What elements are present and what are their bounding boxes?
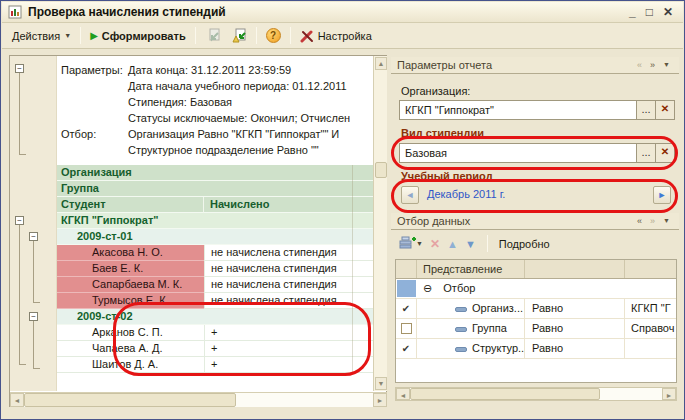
- scrollbar-thumb[interactable]: [24, 393, 236, 407]
- student-cell[interactable]: Шаитов Д. А.: [57, 357, 204, 373]
- section-header-parameters[interactable]: Параметры отчета: [391, 57, 679, 74]
- checkbox-unchecked[interactable]: [401, 323, 412, 334]
- chevrons-left-icon[interactable]: «: [637, 213, 642, 229]
- filter-toolbar: ▼ ✕ ▲ ▼ Подробно: [399, 235, 550, 252]
- horizontal-scrollbar[interactable]: ◄ ►: [395, 387, 677, 401]
- close-button[interactable]: ✕: [663, 5, 673, 19]
- toolbar-separator: [256, 27, 257, 44]
- clear-icon[interactable]: ✕: [655, 144, 674, 162]
- scroll-down-icon[interactable]: ▼: [375, 377, 387, 390]
- accrued-cell[interactable]: +: [204, 357, 373, 373]
- scrollbar-track[interactable]: [236, 393, 373, 407]
- previous-period-icon[interactable]: ◄: [401, 186, 419, 204]
- filter-condition[interactable]: Равно: [525, 299, 625, 318]
- scholarship-kind-field[interactable]: Базовая ... ✕: [399, 143, 675, 163]
- header-row-group[interactable]: Группа: [57, 181, 373, 197]
- scrollbar-track[interactable]: [600, 388, 662, 400]
- move-down-icon[interactable]: ▼: [465, 238, 476, 250]
- row-selector[interactable]: [397, 280, 416, 297]
- group-bracket: [33, 241, 40, 303]
- accrued-cell[interactable]: не начислена стипендия: [204, 245, 373, 261]
- student-cell[interactable]: Турмысов Е. К.: [57, 293, 204, 309]
- scrollbar-thumb[interactable]: [375, 162, 387, 178]
- param-line: Статусы исключаемые: Окончил; Отчислен: [128, 110, 350, 126]
- chevrons-right-icon[interactable]: »: [650, 57, 655, 73]
- column-header-accrued[interactable]: Начислено: [204, 197, 373, 213]
- filter-row[interactable]: ✔ Структур... Равно: [396, 339, 676, 359]
- chevrons-left-icon[interactable]: «: [637, 57, 642, 73]
- add-filter-button[interactable]: ▼: [399, 236, 423, 251]
- filter-group-row[interactable]: ⊖ Отбор: [396, 279, 676, 299]
- accrued-cell[interactable]: +: [204, 341, 373, 357]
- filter-line: Организация Равно "КГКП "Гиппократ"" И: [128, 126, 339, 142]
- scroll-right-icon[interactable]: ►: [662, 388, 676, 400]
- scrollbar-thumb[interactable]: [410, 388, 600, 400]
- scroll-up-icon[interactable]: ▲: [375, 57, 387, 70]
- checkmark-icon[interactable]: ✔: [396, 339, 417, 358]
- choose-button[interactable]: ...: [636, 101, 655, 119]
- accrued-cell[interactable]: не начислена стипендия: [204, 277, 373, 293]
- section-collapse-icon[interactable]: ▼: [663, 57, 670, 73]
- delete-filter-icon[interactable]: ✕: [430, 237, 440, 251]
- group-row[interactable]: 2009-ст-01: [57, 229, 373, 245]
- scholarship-kind-value[interactable]: Базовая: [400, 147, 636, 159]
- header-row-organization[interactable]: Организация: [57, 165, 373, 181]
- move-up-icon[interactable]: ▲: [447, 238, 458, 250]
- scroll-left-icon[interactable]: ◄: [10, 393, 24, 407]
- period-link[interactable]: Декабрь 2011 г.: [427, 188, 505, 200]
- filter-row[interactable]: ✔ Организ... Равно КГКП "Г: [396, 299, 676, 319]
- sheet-arrow-icon: [231, 28, 247, 43]
- filter-group-label: Отбор: [443, 282, 475, 294]
- filter-row[interactable]: Группа Равно Справоч: [396, 319, 676, 339]
- student-cell[interactable]: Сапарбаева М. К.: [57, 277, 204, 293]
- student-cell[interactable]: Баев Е. К.: [57, 261, 204, 277]
- collapse-group-icon[interactable]: −: [15, 64, 24, 73]
- organization-value[interactable]: КГКП "Гиппократ": [400, 104, 636, 116]
- detail-button[interactable]: Подробно: [499, 238, 550, 250]
- section-collapse-icon[interactable]: ▼: [663, 213, 670, 229]
- select-result-button[interactable]: [226, 25, 252, 46]
- filter-condition[interactable]: Равно: [525, 339, 625, 358]
- accrued-cell[interactable]: не начислена стипендия: [204, 293, 373, 309]
- select-result-button-disabled[interactable]: [200, 25, 226, 46]
- student-cell[interactable]: Акасова Н. О.: [57, 245, 204, 261]
- chevrons-right-icon[interactable]: »: [650, 213, 655, 229]
- student-cell[interactable]: Арканов С. П.: [57, 325, 204, 341]
- group-row[interactable]: 2009-ст-02: [57, 309, 373, 325]
- report-parameters-block: Параметры: Дата конца: 31.12.2011 23:59:…: [57, 56, 373, 165]
- filter-value[interactable]: КГКП "Г: [625, 299, 676, 318]
- accrued-cell[interactable]: не начислена стипендия: [204, 261, 373, 277]
- filter-condition[interactable]: Равно: [525, 319, 625, 338]
- student-cell[interactable]: Чапаева А. Д.: [57, 341, 204, 357]
- help-button[interactable]: ?: [261, 25, 286, 46]
- vertical-scrollbar[interactable]: ▲ ▼: [373, 56, 387, 391]
- collapse-group-icon[interactable]: −: [29, 312, 38, 321]
- collapse-node-icon[interactable]: ⊖: [423, 282, 432, 294]
- play-icon: ▶: [90, 30, 98, 41]
- horizontal-scrollbar[interactable]: ◄ ►: [10, 392, 387, 407]
- collapse-group-icon[interactable]: −: [15, 216, 24, 225]
- choose-button[interactable]: ...: [636, 144, 655, 162]
- organization-label: Организация:: [401, 85, 470, 97]
- clear-icon[interactable]: ✕: [655, 101, 674, 119]
- settings-button[interactable]: Настройка: [295, 26, 377, 46]
- maximize-button[interactable]: □: [646, 5, 653, 19]
- collapse-group-icon[interactable]: −: [29, 232, 38, 241]
- minimize-button[interactable]: _: [629, 5, 636, 19]
- actions-menu-button[interactable]: Действия ▼: [7, 27, 76, 45]
- filter-field: Структур...: [472, 342, 525, 354]
- sheet-arrow-disabled-icon: [205, 28, 221, 43]
- generate-button[interactable]: ▶ Сформировать: [85, 27, 191, 45]
- accrued-cell[interactable]: +: [204, 325, 373, 341]
- column-header-student[interactable]: Студент: [57, 197, 204, 213]
- scroll-left-icon[interactable]: ◄: [396, 388, 410, 400]
- section-header-filter[interactable]: Отбор данных: [391, 213, 679, 230]
- next-period-icon[interactable]: ►: [653, 186, 671, 204]
- filter-value[interactable]: [625, 339, 676, 358]
- filter-value[interactable]: Справоч: [625, 319, 676, 338]
- org-group-row[interactable]: КГКП "Гиппократ": [57, 213, 373, 229]
- toolbar-separator: [195, 27, 196, 44]
- organization-field[interactable]: КГКП "Гиппократ" ... ✕: [399, 100, 675, 120]
- scroll-right-icon[interactable]: ►: [373, 393, 387, 407]
- checkmark-icon[interactable]: ✔: [396, 299, 417, 318]
